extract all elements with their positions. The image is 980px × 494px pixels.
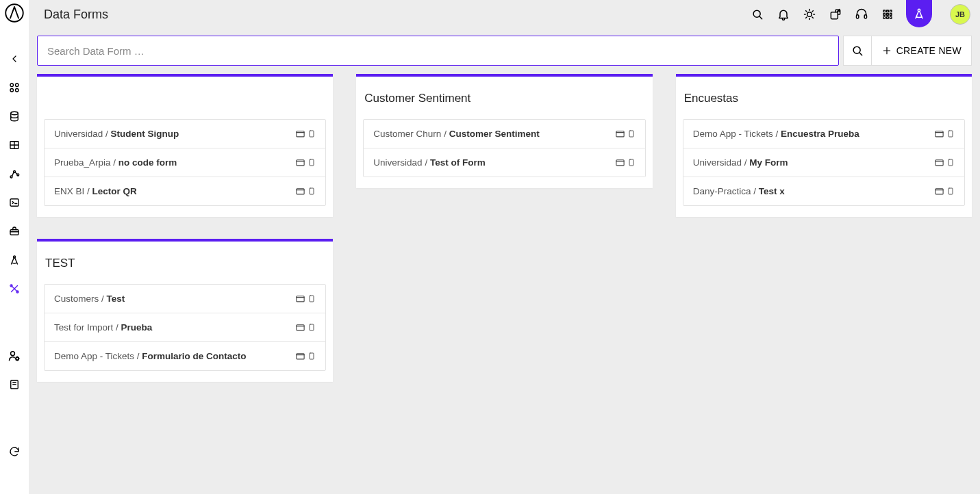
toolbox-icon[interactable]: [8, 224, 21, 238]
panels-grid: Universidad / Student SignupPrueba_Arpia…: [29, 74, 980, 494]
lightbulb-icon[interactable]: [802, 7, 817, 22]
list-item[interactable]: Prueba_Arpia / no code form: [45, 148, 325, 177]
svg-rect-28: [890, 14, 892, 16]
list-item-label: Demo App - Tickets / Encuestra Prueba: [693, 129, 859, 139]
svg-rect-39: [310, 188, 314, 194]
sidebar-icons: [8, 52, 21, 458]
book-icon[interactable]: [8, 378, 21, 391]
svg-rect-47: [948, 159, 953, 166]
list-item[interactable]: ENX BI / Lector QR: [45, 177, 325, 205]
svg-rect-29: [883, 16, 885, 18]
list-item[interactable]: Customers / Test: [45, 285, 325, 313]
search-icon[interactable]: [750, 7, 765, 22]
page-header: Data Forms: [29, 0, 980, 29]
svg-rect-41: [629, 131, 633, 137]
create-new-button[interactable]: CREATE NEW: [871, 36, 972, 66]
list-item[interactable]: Universidad / Test of Form: [364, 148, 644, 177]
graph-icon[interactable]: [8, 167, 21, 181]
panel-list: Customer Churn / Customer SentimentUnive…: [363, 119, 645, 177]
list-item-label: Prueba_Arpia / no code form: [54, 157, 177, 168]
svg-rect-11: [10, 230, 18, 235]
brand-logo-icon[interactable]: [4, 3, 25, 23]
device-icons: [934, 157, 955, 168]
list-item[interactable]: Demo App - Tickets / Formulario de Conta…: [45, 341, 325, 370]
svg-rect-27: [887, 14, 889, 16]
avatar[interactable]: JB: [950, 4, 970, 25]
svg-rect-34: [297, 131, 304, 137]
list-item-label: Universidad / Student Signup: [54, 129, 179, 139]
search-input[interactable]: [37, 36, 839, 66]
create-new-label: CREATE NEW: [896, 45, 962, 56]
list-item[interactable]: Demo App - Tickets / Encuestra Prueba: [683, 120, 964, 148]
svg-rect-21: [857, 15, 859, 18]
list-item-label: Test for Import / Prueba: [54, 322, 152, 333]
tools-icon[interactable]: [8, 282, 21, 296]
toolbar: CREATE NEW: [29, 29, 980, 74]
list-item-label: Universidad / My Form: [693, 157, 788, 168]
svg-rect-54: [297, 354, 304, 359]
svg-rect-22: [864, 15, 866, 18]
list-item-label: Customer Churn / Customer Sentiment: [373, 129, 539, 139]
page-title: Data Forms: [44, 8, 108, 22]
headset-icon[interactable]: [854, 7, 869, 22]
apps-grid-icon[interactable]: [880, 7, 895, 22]
panel-title: Encuestas: [684, 92, 965, 107]
list-item[interactable]: Universidad / Student Signup: [45, 120, 325, 148]
panel-title: Customer Sentiment: [364, 92, 645, 107]
panel-list: Universidad / Student SignupPrueba_Arpia…: [44, 119, 326, 206]
device-icons: [295, 351, 316, 361]
svg-rect-42: [616, 160, 624, 166]
collapse-icon[interactable]: [8, 52, 21, 66]
svg-rect-49: [948, 188, 953, 194]
svg-rect-55: [310, 353, 314, 359]
nodes-icon[interactable]: [8, 81, 21, 94]
panel-list: Demo App - Tickets / Encuestra PruebaUni…: [683, 119, 965, 206]
panel-card: TESTCustomers / TestTest for Import / Pr…: [37, 239, 333, 382]
search-button[interactable]: [843, 36, 872, 66]
svg-rect-38: [297, 189, 304, 194]
device-icons: [615, 129, 636, 139]
device-icons: [295, 186, 316, 196]
list-item-label: Dany-Practica / Test x: [693, 186, 785, 196]
refresh-icon[interactable]: [8, 445, 21, 458]
list-item[interactable]: Test for Import / Prueba: [45, 313, 325, 341]
svg-rect-40: [616, 131, 624, 137]
drafting-compass-icon[interactable]: [8, 253, 21, 267]
bell-icon[interactable]: [776, 7, 791, 22]
svg-point-5: [10, 112, 18, 115]
share-icon[interactable]: [828, 7, 843, 22]
list-item[interactable]: Dany-Practica / Test x: [683, 177, 964, 205]
svg-rect-24: [887, 10, 889, 12]
device-icons: [615, 157, 636, 168]
header-icons: JB: [750, 1, 970, 27]
user-settings-icon[interactable]: [8, 349, 21, 363]
terminal-icon[interactable]: [8, 196, 21, 209]
svg-rect-52: [297, 325, 304, 330]
table-icon[interactable]: [8, 138, 21, 152]
list-item[interactable]: Universidad / My Form: [683, 148, 964, 177]
svg-rect-35: [310, 131, 314, 137]
list-item-label: Demo App - Tickets / Formulario de Conta…: [54, 351, 247, 361]
search-field-wrap: [37, 36, 839, 66]
svg-point-1: [10, 83, 14, 87]
device-icons: [295, 294, 316, 304]
svg-rect-20: [831, 12, 838, 19]
svg-rect-23: [883, 10, 885, 12]
list-item-label: Universidad / Test of Form: [373, 157, 485, 168]
sidebar-rail: [0, 0, 29, 494]
device-icons: [934, 186, 955, 196]
panel-title: TEST: [45, 257, 326, 272]
list-item-label: Customers / Test: [54, 294, 125, 304]
svg-rect-25: [890, 10, 892, 12]
svg-rect-50: [297, 296, 304, 302]
svg-point-3: [10, 89, 14, 92]
svg-point-2: [15, 83, 18, 87]
active-tool-badge-icon[interactable]: [906, 0, 932, 27]
svg-rect-10: [10, 199, 18, 207]
device-icons: [295, 157, 316, 168]
list-item[interactable]: Customer Churn / Customer Sentiment: [364, 120, 644, 148]
svg-rect-26: [883, 14, 885, 16]
svg-rect-36: [297, 160, 304, 166]
svg-point-4: [15, 89, 18, 92]
database-icon[interactable]: [8, 109, 21, 123]
